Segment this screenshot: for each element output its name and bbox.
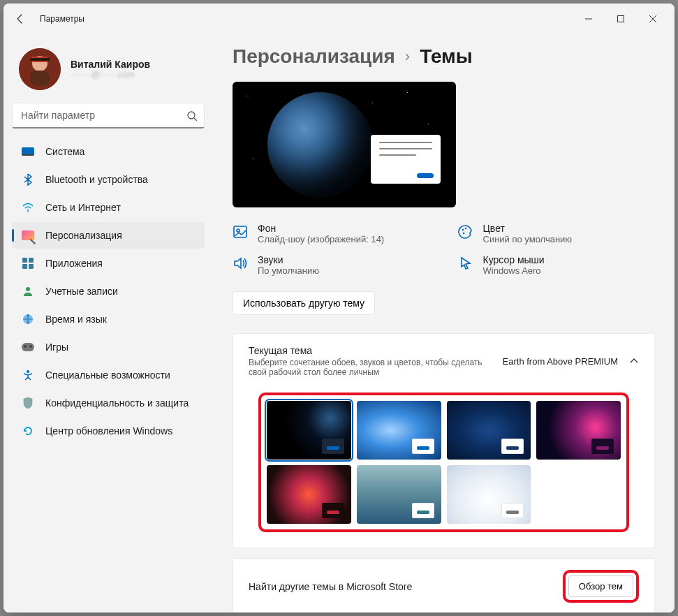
back-icon [15,13,26,24]
theme-thumb[interactable] [447,401,531,460]
avatar [19,48,61,90]
svg-point-15 [462,233,464,235]
svg-point-8 [26,287,30,291]
sidebar-item-accounts[interactable]: Учетные записи [12,278,205,305]
sidebar-item-bluetooth[interactable]: Bluetooth и устройства [12,166,205,193]
sidebar-item-network[interactable]: Сеть и Интернет [12,194,205,221]
svg-point-10 [27,370,29,373]
refresh-icon [22,425,34,437]
theme-thumb[interactable] [267,465,351,524]
sidebar-item-label: Bluetooth и устройства [45,174,148,185]
window-controls [573,8,669,30]
picture-icon [233,224,248,240]
gamepad-icon [22,341,34,353]
section-desc: Выберите сочетание обоев, звуков и цвето… [249,358,494,377]
sidebar-item-label: Сеть и Интернет [45,202,121,213]
current-theme-value: Earth from Above PREMIUM [503,356,618,367]
sidebar-item-label: Центр обновления Windows [45,425,172,437]
current-theme-section: Текущая тема Выберите сочетание обоев, з… [233,333,655,548]
sidebar-item-accessibility[interactable]: Специальные возможности [12,362,205,388]
info-title: Фон [258,223,384,234]
sidebar-item-gaming[interactable]: Игры [12,334,205,360]
bluetooth-icon [22,173,34,186]
sidebar-item-label: Специальные возможности [45,369,170,381]
user-email: ·········@·······.com [71,70,150,80]
maximize-button[interactable] [605,8,637,30]
sidebar-item-label: Система [45,146,84,157]
svg-point-12 [237,229,239,232]
maximize-icon [617,15,624,22]
sidebar-item-label: Конфиденциальность и защита [45,397,189,409]
store-card: Найти другие темы в Microsoft Store Обзо… [233,558,655,613]
sidebar-item-personalization[interactable]: Персонализация [12,222,205,249]
svg-rect-3 [30,71,50,86]
info-title: Курсор мыши [483,254,545,265]
shield-icon [22,397,34,409]
sidebar-item-privacy[interactable]: Конфиденциальность и защита [12,390,205,416]
sidebar-item-time[interactable]: Время и язык [12,306,205,332]
chevron-up-icon [629,356,639,366]
accessibility-icon [22,369,34,381]
window-mock [371,135,441,184]
sidebar-item-label: Учетные записи [45,286,118,297]
search-input[interactable] [12,103,205,129]
search-wrap [12,103,205,129]
breadcrumb-root[interactable]: Персонализация [233,45,395,68]
cursor-icon [458,256,473,271]
sidebar: Виталий Каиров ·········@·······.com Сис… [3,34,213,613]
info-cursor[interactable]: Курсор мышиWindows Aero [458,254,656,276]
sidebar-item-label: Приложения [45,258,103,269]
sidebar-item-update[interactable]: Центр обновления Windows [12,418,205,444]
sidebar-item-apps[interactable]: Приложения [12,250,205,277]
browse-themes-button[interactable]: Обзор тем [568,575,633,597]
search-icon [186,110,198,122]
breadcrumb: Персонализация › Темы [233,45,655,68]
person-icon [22,285,34,298]
sidebar-item-system[interactable]: Система [12,138,205,165]
speaker-icon [233,256,248,271]
content: Персонализация › Темы ФонСлайд-шоу (изоб… [213,34,675,613]
settings-window: Параметры Виталий Каиров ·········@·····… [3,3,675,613]
user-name: Виталий Каиров [71,59,150,70]
earth-graphic [267,92,372,197]
info-sub: Синий по умолчанию [483,234,573,244]
svg-point-13 [462,229,464,231]
info-title: Цвет [483,223,573,234]
use-other-theme-button[interactable]: Использовать другую тему [233,291,375,315]
theme-thumb[interactable] [267,401,351,460]
info-background[interactable]: ФонСлайд-шоу (изображений: 14) [233,223,430,244]
theme-info-grid: ФонСлайд-шоу (изображений: 14) ЦветСиний… [233,223,655,276]
minimize-icon [585,15,592,22]
theme-thumb[interactable] [536,401,621,460]
back-button[interactable] [9,8,31,30]
info-title: Звуки [258,254,319,265]
close-button[interactable] [637,8,669,30]
theme-thumb[interactable] [447,465,531,524]
theme-thumb[interactable] [357,465,441,524]
system-icon [22,145,34,158]
sidebar-item-label: Игры [45,342,68,353]
window-title: Параметры [40,14,84,24]
theme-thumb[interactable] [357,401,441,460]
brush-icon [22,229,34,242]
section-title: Текущая тема [249,345,494,356]
minimize-button[interactable] [573,8,605,30]
user-info: Виталий Каиров ·········@·······.com [71,59,150,80]
info-sounds[interactable]: ЗвукиПо умолчанию [233,254,430,276]
page-title: Темы [420,45,473,68]
palette-icon [458,224,473,240]
current-theme-header[interactable]: Текущая тема Выберите сочетание обоев, з… [233,334,654,388]
sidebar-item-label: Персонализация [45,230,122,241]
svg-rect-5 [30,58,50,61]
theme-preview [233,82,456,207]
svg-point-7 [27,211,29,212]
chevron-right-icon: › [405,47,410,66]
close-icon [649,15,656,22]
info-sub: Windows Aero [483,265,545,276]
user-block[interactable]: Виталий Каиров ·········@·······.com [12,43,205,103]
globe-icon [22,313,34,325]
nav-list: Система Bluetooth и устройства Сеть и Ин… [12,138,205,444]
titlebar: Параметры [3,3,675,34]
theme-grid [258,393,629,532]
info-color[interactable]: ЦветСиний по умолчанию [458,223,656,244]
